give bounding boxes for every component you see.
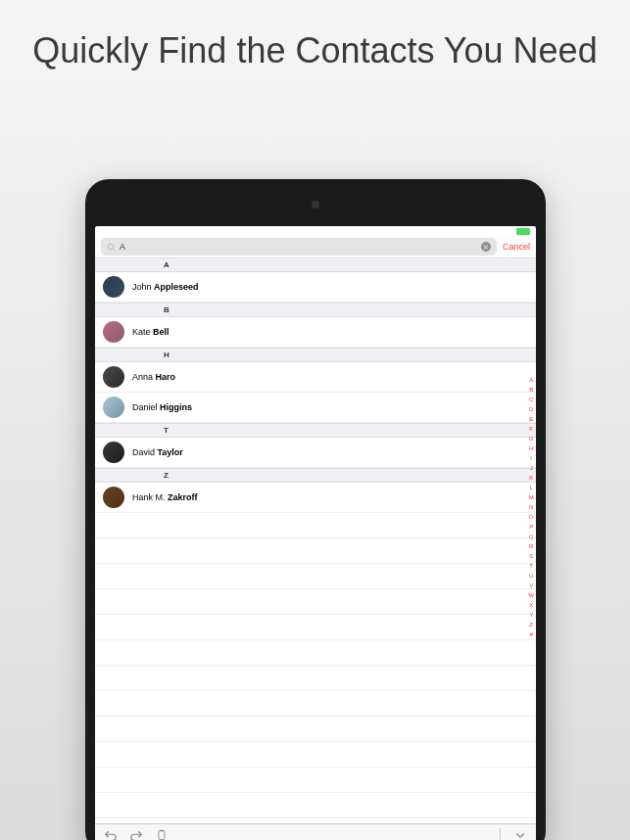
screen: ✕ Cancel A John Appleseed B Kate Bell bbox=[95, 226, 536, 840]
bottom-toolbar bbox=[95, 823, 536, 840]
toolbar-separator bbox=[500, 828, 501, 841]
index-letter[interactable]: X bbox=[528, 600, 534, 610]
headline: Quickly Find the Contacts You Need bbox=[0, 0, 630, 71]
index-letter[interactable]: J bbox=[528, 463, 534, 473]
index-letter[interactable]: R bbox=[528, 541, 534, 551]
index-letter[interactable]: H bbox=[528, 443, 534, 453]
section-header: A bbox=[95, 257, 536, 272]
chevron-down-icon[interactable] bbox=[514, 829, 526, 841]
index-letter[interactable]: E bbox=[528, 414, 534, 424]
search-bar: ✕ Cancel bbox=[95, 236, 536, 257]
index-letter[interactable]: D bbox=[528, 404, 534, 414]
contact-name: John Appleseed bbox=[132, 282, 199, 292]
search-input[interactable] bbox=[120, 242, 477, 252]
section-header: B bbox=[95, 303, 536, 317]
status-bar bbox=[95, 226, 536, 236]
clear-search-button[interactable]: ✕ bbox=[481, 242, 491, 252]
contact-row[interactable]: Kate Bell bbox=[95, 317, 536, 348]
alpha-index[interactable]: ABCDEFGHIJKLMNOPQRSTUVWXYZ# bbox=[528, 375, 534, 639]
index-letter[interactable]: A bbox=[528, 375, 534, 385]
index-letter[interactable]: W bbox=[528, 590, 534, 600]
contact-row[interactable]: John Appleseed bbox=[95, 272, 536, 303]
contact-name: Anna Haro bbox=[132, 372, 175, 382]
avatar bbox=[103, 276, 124, 298]
battery-icon bbox=[516, 228, 530, 235]
index-letter[interactable]: Q bbox=[528, 532, 534, 541]
index-letter[interactable]: L bbox=[528, 483, 534, 492]
cancel-button[interactable]: Cancel bbox=[503, 242, 530, 252]
index-letter[interactable]: U bbox=[528, 571, 534, 581]
index-letter[interactable]: V bbox=[528, 581, 534, 590]
empty-rows bbox=[95, 513, 536, 818]
contact-row[interactable]: Anna Haro bbox=[95, 362, 536, 393]
undo-icon[interactable] bbox=[105, 829, 117, 841]
index-letter[interactable]: S bbox=[528, 551, 534, 561]
redo-icon[interactable] bbox=[130, 829, 142, 841]
svg-rect-2 bbox=[159, 830, 165, 839]
contact-row[interactable]: David Taylor bbox=[95, 438, 536, 468]
contact-name: Daniel Higgins bbox=[132, 402, 192, 412]
index-letter[interactable]: F bbox=[528, 424, 534, 434]
svg-line-1 bbox=[113, 249, 115, 251]
index-letter[interactable]: K bbox=[528, 473, 534, 483]
device-camera bbox=[312, 201, 319, 209]
index-letter[interactable]: T bbox=[528, 561, 534, 571]
index-letter[interactable]: Y bbox=[528, 610, 534, 620]
section-header: Z bbox=[95, 468, 536, 483]
contact-row[interactable]: Hank M. Zakroff bbox=[95, 483, 536, 513]
index-letter[interactable]: M bbox=[528, 492, 534, 502]
index-letter[interactable]: P bbox=[528, 522, 534, 532]
search-field[interactable]: ✕ bbox=[101, 238, 497, 256]
contact-row[interactable]: Daniel Higgins bbox=[95, 393, 536, 423]
index-letter[interactable]: Z bbox=[528, 620, 534, 630]
avatar bbox=[103, 366, 124, 388]
index-letter[interactable]: B bbox=[528, 385, 534, 395]
svg-rect-3 bbox=[161, 829, 164, 831]
section-header: H bbox=[95, 348, 536, 362]
contact-name: Hank M. Zakroff bbox=[132, 492, 198, 502]
clipboard-icon[interactable] bbox=[156, 829, 168, 841]
svg-point-0 bbox=[108, 244, 114, 250]
index-letter[interactable]: O bbox=[528, 512, 534, 522]
contact-name: Kate Bell bbox=[132, 327, 170, 337]
index-letter[interactable]: N bbox=[528, 502, 534, 512]
index-letter[interactable]: C bbox=[528, 395, 534, 404]
search-icon bbox=[107, 243, 116, 252]
index-letter[interactable]: G bbox=[528, 434, 534, 443]
contact-name: David Taylor bbox=[132, 447, 183, 457]
avatar bbox=[103, 487, 124, 508]
index-letter[interactable]: I bbox=[528, 453, 534, 463]
ipad-device-frame: ✕ Cancel A John Appleseed B Kate Bell bbox=[85, 179, 546, 840]
avatar bbox=[103, 321, 124, 343]
contacts-list: A John Appleseed B Kate Bell H bbox=[95, 257, 536, 823]
section-header: T bbox=[95, 423, 536, 438]
avatar bbox=[103, 397, 124, 418]
avatar bbox=[103, 442, 124, 463]
index-letter[interactable]: # bbox=[528, 630, 534, 639]
